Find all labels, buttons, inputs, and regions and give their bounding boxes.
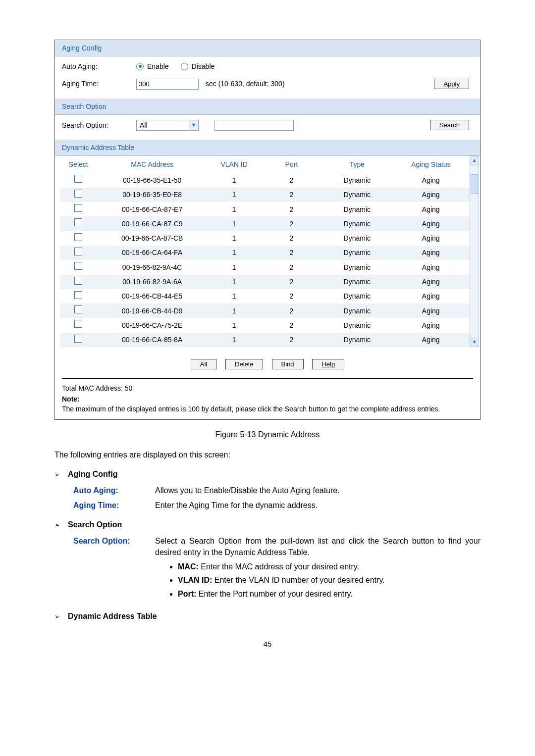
col-type: Type — [322, 156, 392, 173]
divider — [62, 378, 473, 379]
bind-button[interactable]: Bind — [272, 359, 304, 369]
cell-type: Dynamic — [322, 260, 392, 274]
section-title-aging: Aging Config — [68, 468, 117, 480]
section-title-search: Search Option — [68, 519, 122, 530]
bullet-vlan-text: Enter the VLAN ID number of your desired… — [212, 576, 384, 584]
cell-mac: 00-19-66-82-9A-4C — [97, 260, 207, 274]
cell-vlan: 1 — [208, 216, 261, 231]
table-row: 00-19-66-82-9A-6A12DynamicAging — [60, 275, 470, 289]
cell-vlan: 1 — [208, 260, 261, 274]
cell-type: Dynamic — [322, 173, 392, 187]
cell-port: 2 — [261, 333, 322, 347]
cell-mac: 00-19-66-35-E0-E8 — [97, 188, 207, 202]
bullet-vlan-bold: VLAN ID: — [178, 576, 212, 584]
cell-vlan: 1 — [208, 173, 261, 187]
cell-vlan: 1 — [208, 202, 261, 216]
table-row: 00-19-66-82-9A-4C12DynamicAging — [60, 260, 470, 274]
row-checkbox[interactable] — [74, 218, 82, 226]
list-item: Port: Enter the Port number of your desi… — [178, 588, 481, 600]
aging-time-input[interactable] — [136, 79, 199, 90]
cell-aging: Aging — [392, 260, 470, 274]
scroll-down-icon[interactable]: ▼ — [470, 338, 479, 347]
cell-mac: 00-19-66-CA-87-CB — [97, 231, 207, 246]
aging-time-hint: sec (10-630, default: 300) — [206, 79, 285, 89]
config-panel-screenshot: Aging Config Auto Aging: Enable Disable … — [54, 40, 481, 420]
row-checkbox[interactable] — [74, 175, 82, 183]
row-checkbox[interactable] — [74, 248, 82, 255]
chevron-right-icon: ➢ — [54, 521, 60, 530]
help-button[interactable]: Help — [312, 359, 344, 369]
aging-config-header: Aging Config — [55, 40, 480, 56]
table-row: 00-19-66-CA-85-8A12DynamicAging — [60, 333, 470, 347]
table-row: 00-19-66-CB-44-D912DynamicAging — [60, 303, 470, 318]
cell-mac: 00-19-66-CA-87-C9 — [97, 216, 207, 231]
delete-button[interactable]: Delete — [225, 359, 263, 369]
cell-vlan: 1 — [208, 231, 261, 246]
cell-port: 2 — [261, 318, 322, 332]
cell-aging: Aging — [392, 231, 470, 246]
cell-port: 2 — [261, 188, 322, 202]
auto-aging-disable-radio[interactable]: Disable — [181, 61, 215, 71]
term-search-option: Search Option: — [73, 535, 155, 603]
row-checkbox[interactable] — [74, 262, 82, 270]
cell-vlan: 1 — [208, 318, 261, 332]
def-aging-time: Enter the Aging Time for the dynamic add… — [155, 500, 481, 511]
cell-type: Dynamic — [322, 275, 392, 289]
chevron-down-icon: ▼ — [189, 120, 198, 130]
table-row: 00-19-66-CA-64-FA12DynamicAging — [60, 246, 470, 260]
table-row: 00-19-66-CA-87-E712DynamicAging — [60, 202, 470, 216]
bullet-mac-text: Enter the MAC address of your desired en… — [199, 562, 359, 571]
search-value-input[interactable] — [214, 120, 294, 131]
page-number: 45 — [54, 639, 481, 650]
total-mac-text: Total MAC Address: 50 — [62, 383, 473, 393]
search-button[interactable]: Search — [430, 120, 469, 130]
row-checkbox[interactable] — [74, 291, 82, 299]
search-option-header: Search Option — [55, 99, 480, 115]
row-checkbox[interactable] — [74, 204, 82, 212]
row-checkbox[interactable] — [74, 190, 82, 198]
cell-vlan: 1 — [208, 303, 261, 318]
cell-port: 2 — [261, 173, 322, 187]
search-option-select[interactable]: All ▼ — [136, 120, 199, 131]
col-select: Select — [60, 156, 97, 173]
def-auto-aging: Allows you to Enable/Disable the Auto Ag… — [155, 485, 481, 496]
chevron-right-icon: ➢ — [54, 470, 60, 480]
cell-type: Dynamic — [322, 333, 392, 347]
row-checkbox[interactable] — [74, 335, 82, 343]
cell-port: 2 — [261, 275, 322, 289]
section-title-table: Dynamic Address Table — [68, 610, 157, 622]
scroll-track[interactable] — [470, 165, 479, 338]
apply-button[interactable]: Apply — [434, 79, 469, 89]
cell-port: 2 — [261, 260, 322, 274]
cell-aging: Aging — [392, 289, 470, 303]
scroll-thumb[interactable] — [471, 174, 478, 194]
term-auto-aging: Auto Aging: — [73, 485, 155, 496]
cell-type: Dynamic — [322, 216, 392, 231]
table-scrollbar[interactable]: ▲ ▼ — [470, 156, 479, 347]
col-aging: Aging Status — [392, 156, 470, 173]
col-port: Port — [261, 156, 322, 173]
auto-aging-label: Auto Aging: — [62, 61, 136, 71]
row-checkbox[interactable] — [74, 320, 82, 328]
select-all-button[interactable]: All — [191, 359, 216, 369]
row-checkbox[interactable] — [74, 305, 82, 313]
search-option-label: Search Option: — [62, 120, 136, 130]
table-row: 00-19-66-CA-87-C912DynamicAging — [60, 216, 470, 231]
cell-aging: Aging — [392, 188, 470, 202]
def-search-option: Select a Search Option from the pull-dow… — [155, 535, 481, 603]
row-checkbox[interactable] — [74, 233, 82, 241]
scroll-up-icon[interactable]: ▲ — [470, 156, 479, 165]
auto-aging-enable-radio[interactable]: Enable — [136, 61, 169, 71]
cell-port: 2 — [261, 216, 322, 231]
cell-port: 2 — [261, 246, 322, 260]
cell-vlan: 1 — [208, 333, 261, 347]
cell-vlan: 1 — [208, 289, 261, 303]
cell-type: Dynamic — [322, 231, 392, 246]
cell-mac: 00-19-66-35-E1-50 — [97, 173, 207, 187]
table-row: 00-19-66-35-E0-E812DynamicAging — [60, 188, 470, 202]
row-checkbox[interactable] — [74, 277, 82, 285]
cell-type: Dynamic — [322, 188, 392, 202]
cell-mac: 00-19-66-CA-64-FA — [97, 246, 207, 260]
cell-aging: Aging — [392, 202, 470, 216]
cell-vlan: 1 — [208, 275, 261, 289]
